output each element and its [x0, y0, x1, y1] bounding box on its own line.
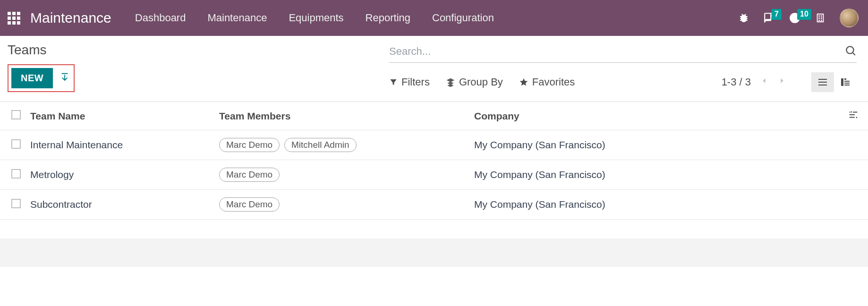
select-all-checkbox[interactable]	[11, 110, 21, 119]
company-switcher-icon[interactable]	[814, 12, 826, 24]
table-header-row: Team Name Team Members Company	[0, 102, 868, 130]
debug-icon[interactable]	[738, 12, 750, 24]
pager: 1-3 / 3	[722, 76, 787, 88]
cell-company: My Company (San Francisco)	[469, 160, 843, 190]
favorites-label: Favorites	[532, 76, 575, 88]
search-bar	[389, 42, 857, 63]
cell-company: My Company (San Francisco)	[469, 190, 843, 220]
kanban-view-icon[interactable]	[834, 72, 857, 92]
nav-right: 7 10	[738, 8, 859, 27]
table-row[interactable]: Metrology Marc Demo My Company (San Fran…	[0, 160, 868, 190]
apps-menu-icon[interactable]	[7, 11, 21, 25]
page-title: Teams	[8, 42, 75, 58]
row-checkbox[interactable]	[11, 199, 21, 208]
cell-team-members: Marc Demo	[214, 160, 469, 190]
member-tag[interactable]: Marc Demo	[219, 138, 280, 152]
search-icon[interactable]	[844, 44, 857, 59]
filters-button[interactable]: Filters	[389, 76, 430, 88]
col-team-name[interactable]: Team Name	[26, 102, 214, 130]
member-tag[interactable]: Marc Demo	[219, 197, 280, 212]
nav-maintenance[interactable]: Maintenance	[207, 12, 267, 24]
table-row[interactable]: Internal Maintenance Marc Demo Mitchell …	[0, 130, 868, 160]
nav-reporting[interactable]: Reporting	[366, 12, 410, 24]
svg-line-1	[853, 53, 855, 55]
nav-menu: Dashboard Maintenance Equipments Reporti…	[135, 12, 494, 24]
cell-team-members: Marc Demo	[214, 190, 469, 220]
top-navbar: Maintenance Dashboard Maintenance Equipm…	[0, 0, 868, 36]
member-tag[interactable]: Mitchell Admin	[284, 138, 357, 152]
filters-label: Filters	[401, 76, 430, 88]
pager-next-icon[interactable]	[777, 76, 787, 88]
cell-team-name: Subcontractor	[26, 190, 214, 220]
pager-prev-icon[interactable]	[759, 76, 769, 88]
control-panel: Teams NEW Filters Group By	[0, 36, 868, 92]
row-checkbox[interactable]	[11, 169, 21, 178]
nav-equipments[interactable]: Equipments	[289, 12, 343, 24]
nav-dashboard[interactable]: Dashboard	[135, 12, 186, 24]
activities-icon[interactable]: 10	[789, 12, 801, 24]
messages-icon[interactable]: 7	[763, 12, 775, 24]
brand-title[interactable]: Maintenance	[30, 10, 111, 26]
messages-badge: 7	[772, 9, 782, 20]
groupby-button[interactable]: Group By	[446, 76, 503, 88]
nav-configuration[interactable]: Configuration	[432, 12, 494, 24]
list-view-icon[interactable]	[811, 72, 834, 92]
toolbar: Filters Group By Favorites 1-3 / 3	[389, 72, 857, 92]
svg-point-0	[846, 46, 853, 53]
cell-company: My Company (San Francisco)	[469, 130, 843, 160]
pager-text[interactable]: 1-3 / 3	[722, 76, 751, 88]
new-button-highlight: NEW	[8, 64, 75, 92]
footer-bar	[0, 238, 868, 267]
search-input[interactable]	[389, 45, 840, 58]
col-team-members[interactable]: Team Members	[214, 102, 469, 130]
member-tag[interactable]: Marc Demo	[219, 168, 280, 182]
table-row[interactable]: Subcontractor Marc Demo My Company (San …	[0, 190, 868, 220]
view-switcher	[811, 72, 857, 92]
export-icon[interactable]	[60, 72, 70, 85]
favorites-button[interactable]: Favorites	[519, 76, 575, 88]
row-checkbox[interactable]	[11, 139, 21, 149]
groupby-label: Group By	[459, 76, 503, 88]
user-avatar[interactable]	[840, 8, 859, 27]
cell-team-name: Metrology	[26, 160, 214, 190]
col-company[interactable]: Company	[469, 102, 843, 130]
teams-table: Team Name Team Members Company Internal …	[0, 102, 868, 220]
optional-columns-icon[interactable]	[848, 111, 859, 122]
cell-team-name: Internal Maintenance	[26, 130, 214, 160]
new-button[interactable]: NEW	[11, 68, 53, 88]
cell-team-members: Marc Demo Mitchell Admin	[214, 130, 469, 160]
activities-badge: 10	[797, 9, 811, 20]
